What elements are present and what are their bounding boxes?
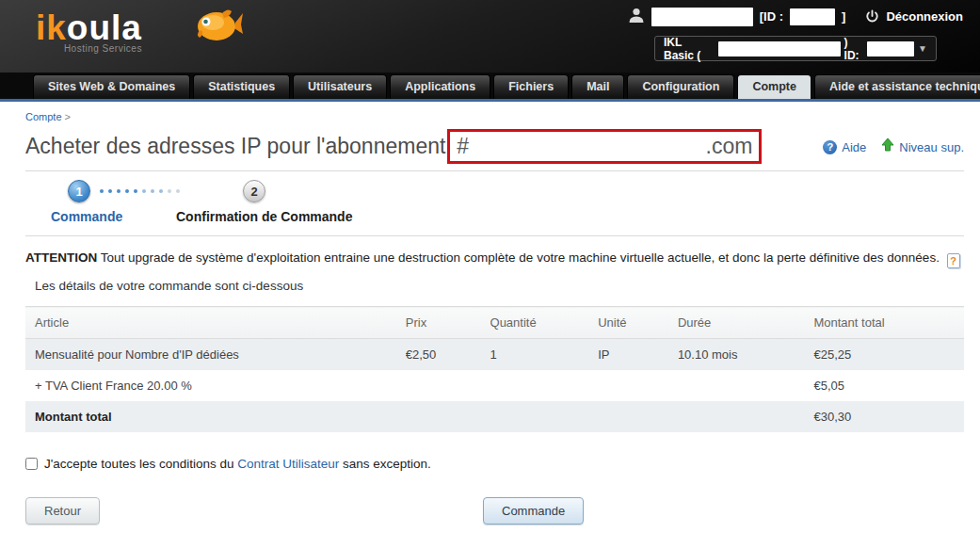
agreement-text-after: sans exception. bbox=[339, 457, 431, 471]
cell-article: Montant total bbox=[25, 401, 406, 432]
cell-quantite bbox=[490, 401, 599, 432]
agreement-text: J'accepte toutes les conditions du Contr… bbox=[44, 457, 431, 471]
redacted-subscription-id bbox=[867, 41, 914, 57]
col-unite: Unité bbox=[598, 307, 678, 339]
help-link[interactable]: ?Aide bbox=[823, 138, 866, 155]
breadcrumb-separator: > bbox=[65, 111, 71, 122]
title-links: ?Aide Niveau sup. bbox=[823, 138, 964, 155]
chevron-down-icon bbox=[918, 43, 927, 54]
col-article: Article bbox=[25, 307, 406, 339]
tab-statistiques[interactable]: Statistiques bbox=[193, 74, 290, 99]
domain-suffix: .com bbox=[706, 134, 753, 159]
logo-text-orange: ik bbox=[36, 8, 67, 47]
tab-sites-web-domaines[interactable]: Sites Web & Domaines bbox=[33, 74, 190, 99]
wizard-steps: 1 2 Commande Confirmation de Commande bbox=[25, 177, 964, 230]
col-montant-total: Montant total bbox=[813, 307, 964, 339]
subscription-dropdown[interactable]: IKL Basic ( ) ID: bbox=[654, 36, 937, 61]
cell-duree bbox=[678, 401, 814, 432]
agreement-text-before: J'accepte toutes les conditions du bbox=[44, 457, 237, 471]
cell-unite: IP bbox=[598, 339, 678, 371]
cell-article: Mensualité pour Nombre d'IP dédiées bbox=[25, 339, 406, 371]
table-row: + TVA Client France 20.00 % €5,05 bbox=[25, 370, 964, 401]
tab-fichiers[interactable]: Fichiers bbox=[493, 74, 569, 99]
cell-prix: €2,50 bbox=[406, 339, 490, 371]
session-bar: [ID : ] Déconnexion bbox=[628, 7, 963, 26]
domain-prefix: # bbox=[457, 134, 469, 159]
tab-mail[interactable]: Mail bbox=[571, 74, 624, 99]
tab-aide-assistance[interactable]: Aide et assistance technique bbox=[814, 74, 980, 99]
logo-text-white: oula bbox=[67, 8, 142, 47]
logo-text: ikoula bbox=[36, 9, 142, 47]
warning-label: ATTENTION bbox=[25, 250, 97, 265]
order-button[interactable]: Commande bbox=[483, 497, 584, 525]
power-icon[interactable] bbox=[865, 9, 879, 24]
cell-montant: €30,30 bbox=[813, 401, 964, 432]
accept-terms-checkbox[interactable] bbox=[25, 458, 38, 470]
step-progress-dots bbox=[100, 189, 180, 193]
cell-prix bbox=[406, 401, 490, 432]
order-intro: Les détails de votre commande sont ci-de… bbox=[35, 279, 964, 293]
subscription-prefix: IKL Basic ( bbox=[664, 36, 715, 62]
redacted-subscription-name bbox=[718, 41, 841, 57]
page-content: Compte > Acheter des adresses IP pour l'… bbox=[0, 102, 980, 529]
step-1-label: Commande bbox=[51, 209, 122, 224]
top-header: ikoula Hosting Services [ID : ] Déconnex… bbox=[0, 0, 980, 73]
cell-article: + TVA Client France 20.00 % bbox=[25, 370, 406, 401]
ikoula-logo[interactable]: ikoula Hosting Services bbox=[36, 9, 142, 54]
cell-unite bbox=[598, 370, 678, 401]
page-title: Acheter des adresses IP pour l'abonnemen… bbox=[25, 134, 445, 159]
level-up-link[interactable]: Niveau sup. bbox=[881, 138, 964, 155]
help-icon: ? bbox=[823, 140, 837, 154]
agreement-row: J'accepte toutes les conditions du Contr… bbox=[25, 457, 964, 471]
goldfish-icon bbox=[194, 6, 243, 51]
col-prix: Prix bbox=[406, 307, 490, 339]
tab-utilisateurs[interactable]: Utilisateurs bbox=[293, 74, 387, 99]
level-up-label: Niveau sup. bbox=[899, 140, 964, 154]
back-button[interactable]: Retour bbox=[25, 497, 100, 525]
help-doc-icon[interactable]: ? bbox=[947, 253, 960, 268]
cell-prix bbox=[406, 370, 490, 401]
user-id-suffix: ] bbox=[842, 9, 845, 24]
redacted-username bbox=[651, 8, 753, 26]
cell-montant: €5,05 bbox=[813, 370, 964, 401]
cell-quantite bbox=[490, 370, 599, 401]
cell-duree: 10.10 mois bbox=[678, 339, 814, 371]
step-2-label: Confirmation de Commande bbox=[176, 209, 352, 224]
table-row: Mensualité pour Nombre d'IP dédiées €2,5… bbox=[25, 339, 964, 371]
cell-quantite: 1 bbox=[490, 339, 599, 371]
col-duree: Durée bbox=[678, 307, 814, 339]
tab-compte[interactable]: Compte bbox=[737, 74, 811, 99]
cell-duree bbox=[678, 370, 814, 401]
tab-applications[interactable]: Applications bbox=[390, 74, 490, 99]
table-header-row: Article Prix Quantité Unité Durée Montan… bbox=[25, 307, 964, 339]
subscription-suffix: ) ID: bbox=[844, 36, 863, 62]
step-2-circle: 2 bbox=[243, 180, 265, 202]
cell-unite bbox=[598, 401, 678, 432]
logout-button[interactable]: Déconnexion bbox=[886, 9, 963, 24]
tab-configuration[interactable]: Configuration bbox=[627, 74, 734, 99]
warning-text: ATTENTION Tout upgrade de système d'expl… bbox=[25, 250, 964, 268]
contract-link[interactable]: Contrat Utilisateur bbox=[237, 457, 339, 471]
redacted-domain-highlight-box: # .com bbox=[447, 129, 762, 164]
table-total-row: Montant total €30,30 bbox=[25, 401, 964, 432]
cell-montant: €25,25 bbox=[813, 339, 964, 371]
main-nav: Sites Web & Domaines Statistiques Utilis… bbox=[0, 73, 980, 102]
title-row: Acheter des adresses IP pour l'abonnemen… bbox=[25, 127, 964, 165]
action-buttons: Retour Commande bbox=[25, 497, 964, 529]
breadcrumb-compte-link[interactable]: Compte bbox=[25, 111, 62, 122]
help-link-label: Aide bbox=[842, 140, 866, 154]
warning-body: Tout upgrade de système d'exploitation e… bbox=[97, 250, 942, 265]
level-up-icon bbox=[881, 138, 894, 155]
redacted-user-id bbox=[790, 8, 835, 25]
user-id-prefix: [ID : bbox=[760, 9, 783, 24]
col-quantite: Quantité bbox=[490, 307, 599, 339]
breadcrumb: Compte > bbox=[25, 111, 964, 122]
user-icon bbox=[628, 7, 645, 26]
order-table: Article Prix Quantité Unité Durée Montan… bbox=[25, 306, 964, 432]
step-1-circle: 1 bbox=[68, 180, 90, 202]
